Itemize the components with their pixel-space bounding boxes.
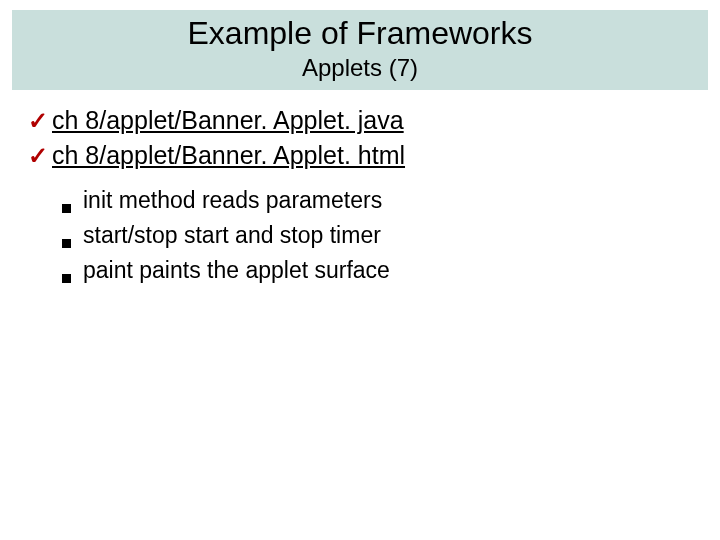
sub-point-text: paint paints the applet surface: [83, 255, 390, 286]
link-text[interactable]: ch 8/applet/Banner. Applet. html: [52, 139, 405, 172]
sub-point-text: init method reads parameters: [83, 185, 382, 216]
slide-subtitle: Applets (7): [12, 54, 708, 82]
link-list: ✓ ch 8/applet/Banner. Applet. java ✓ ch …: [28, 104, 692, 171]
slide-header: Example of Frameworks Applets (7): [12, 10, 708, 90]
square-bullet-icon: [62, 239, 71, 248]
link-text[interactable]: ch 8/applet/Banner. Applet. java: [52, 104, 404, 137]
check-icon: ✓: [28, 142, 48, 171]
slide-content: ✓ ch 8/applet/Banner. Applet. java ✓ ch …: [0, 90, 720, 286]
list-item: start/stop start and stop timer: [62, 220, 692, 251]
square-bullet-icon: [62, 274, 71, 283]
list-item: init method reads parameters: [62, 185, 692, 216]
slide-title: Example of Frameworks: [12, 14, 708, 52]
list-item: paint paints the applet surface: [62, 255, 692, 286]
square-bullet-icon: [62, 204, 71, 213]
list-item: ✓ ch 8/applet/Banner. Applet. html: [28, 139, 692, 172]
sub-point-text: start/stop start and stop timer: [83, 220, 381, 251]
list-item: ✓ ch 8/applet/Banner. Applet. java: [28, 104, 692, 137]
check-icon: ✓: [28, 107, 48, 136]
sub-point-list: init method reads parameters start/stop …: [62, 185, 692, 286]
